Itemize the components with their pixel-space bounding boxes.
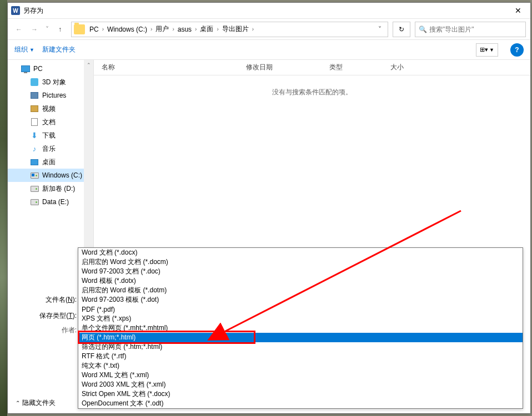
caret-up-icon: ⌃ [16,400,20,406]
dropdown-option[interactable]: PDF (*.pdf) [78,305,523,314]
tree-item-pictures[interactable]: Pictures [8,89,93,102]
column-headers: 名称 修改日期 类型 大小 [94,60,530,75]
address-bar[interactable]: PC›Windows (C:)›用户›asus›桌面›导出图片› ˅ [71,22,388,37]
help-button[interactable]: ? [510,43,524,57]
breadcrumb-separator: › [171,26,175,32]
breadcrumb-separator: › [215,26,219,32]
hide-folders-label: 隐藏文件夹 [22,398,56,408]
view-options-button[interactable]: ⊞▾▼ [476,43,498,57]
pc-icon [21,64,30,73]
search-box[interactable]: 🔍 [415,22,526,37]
view-icon: ⊞▾ [480,46,488,53]
search-icon: 🔍 [419,26,427,33]
window-title: 另存为 [23,6,505,16]
organize-label: 组织 [14,45,28,54]
breadcrumb-separator: › [101,26,105,32]
refresh-button[interactable]: ↻ [393,22,410,37]
author-label: 作者: [16,326,81,335]
drive-icon [30,197,39,206]
breadcrumb-item[interactable]: 用户 [153,24,171,34]
close-icon: ✕ [515,6,521,15]
word-app-icon: W [11,6,20,15]
breadcrumb-item[interactable]: asus [175,26,194,33]
dropdown-option[interactable]: OpenDocument 文本 (*.odt) [78,399,523,408]
dropdown-option[interactable]: 单个文件网页 (*.mht;*.mhtml) [78,323,523,333]
dropdown-option[interactable]: 启用宏的 Word 模板 (*.dotm) [78,286,523,295]
drive-icon [30,184,39,193]
organize-menu[interactable]: 组织▼ [14,45,34,54]
dropdown-option[interactable]: Word 文档 (*.docx) [78,248,523,257]
dropdown-option[interactable]: Word XML 文档 (*.xml) [78,371,523,380]
savetype-label: 保存类型(T): [16,311,81,321]
tree-item--[interactable]: ⬇下载 [8,129,93,142]
tree-item-label: 文档 [42,118,56,127]
music-icon: ♪ [30,144,39,153]
tree-item--d-[interactable]: 新加卷 (D:) [8,182,93,195]
tree-item--[interactable]: 文档 [8,115,93,129]
column-header-size[interactable]: 大小 [390,63,435,72]
tree-item-label: Pictures [42,92,66,99]
breadcrumb-separator: › [194,26,198,32]
refresh-icon: ↻ [399,26,404,33]
breadcrumb-item[interactable]: Windows (C:) [105,26,149,33]
dropdown-option[interactable]: XPS 文档 (*.xps) [78,314,523,323]
new-folder-button[interactable]: 新建文件夹 [42,45,76,54]
column-header-name[interactable]: 名称 [102,63,246,72]
column-header-type[interactable]: 类型 [329,63,390,72]
breadcrumb-separator: › [149,26,153,32]
back-button[interactable]: ← [12,23,26,36]
dropdown-option[interactable]: Word 97-2003 文档 (*.doc) [78,267,523,276]
tree-item-label: 3D 对象 [42,78,66,87]
chevron-down-icon: ▼ [489,47,494,53]
titlebar: W 另存为 ✕ [8,3,530,19]
breadcrumb-item[interactable]: 导出图片 [220,24,251,34]
close-button[interactable]: ✕ [505,3,530,19]
tree-item-label: PC [33,65,43,73]
recent-dropdown[interactable]: ˅ [43,23,51,36]
tree-item-label: Data (E:) [42,198,69,206]
savetype-dropdown-list[interactable]: Word 文档 (*.docx)启用宏的 Word 文档 (*.docm)Wor… [78,247,523,409]
tree-item-label: 新加卷 (D:) [42,184,75,194]
tree-item-data-e-[interactable]: Data (E:) [8,195,93,209]
toolbar: 组织▼ 新建文件夹 ⊞▾▼ ? [8,40,530,60]
tree-item-label: 下载 [42,131,56,140]
dropdown-option[interactable]: Word 模板 (*.dotx) [78,276,523,286]
tree-item-label: Windows (C:) [42,171,82,179]
column-header-modified[interactable]: 修改日期 [246,63,329,72]
tree-item-label: 音乐 [42,144,56,154]
dropdown-option[interactable]: Word 97-2003 模板 (*.dot) [78,295,523,305]
up-button[interactable]: ↑ [53,23,67,36]
tree-item--[interactable]: 视频 [8,102,93,115]
dropdown-option[interactable]: 纯文本 (*.txt) [78,361,523,371]
tree-item-pc[interactable]: PC [8,62,93,75]
background-strip [0,0,7,416]
dropdown-option[interactable]: Strict Open XML 文档 (*.docx) [78,389,523,399]
tree-item--[interactable]: 桌面 [8,155,93,169]
pic-icon [30,91,39,100]
tree-item-3d-[interactable]: 3D 对象 [8,75,93,89]
tree-item-label: 桌面 [42,158,56,167]
tree-item-windows-c-[interactable]: Windows (C:) [8,169,93,182]
3d-icon [30,78,39,87]
navigation-bar: ← → ˅ ↑ PC›Windows (C:)›用户›asus›桌面›导出图片›… [8,19,530,40]
breadcrumb-separator: › [251,26,255,32]
hide-folders-toggle[interactable]: ⌃ 隐藏文件夹 [16,398,56,408]
dropdown-option[interactable]: Word 2003 XML 文档 (*.xml) [78,380,523,389]
breadcrumb-item[interactable]: 桌面 [198,24,215,34]
chevron-down-icon: ▼ [29,47,34,53]
dropdown-option[interactable]: 启用宏的 Word 文档 (*.docm) [78,257,523,267]
forward-button[interactable]: → [28,23,41,36]
dropdown-option[interactable]: RTF 格式 (*.rtf) [78,352,523,361]
doc-icon [30,118,39,126]
breadcrumb-item[interactable]: PC [87,26,101,33]
scroll-up-icon[interactable]: ⌃ [84,60,93,69]
tree-item--[interactable]: ♪音乐 [8,142,93,155]
address-dropdown-icon[interactable]: ˅ [374,26,385,33]
desk-icon [30,158,39,166]
folder-icon [74,24,85,34]
dropdown-option[interactable]: 网页 (*.htm;*.html) [78,333,523,342]
empty-results-message: 没有与搜索条件匹配的项。 [94,75,530,109]
search-input[interactable] [429,26,522,33]
dropdown-option[interactable]: 筛选过的网页 (*.htm;*.html) [78,342,523,352]
drivewin-icon [30,171,39,180]
